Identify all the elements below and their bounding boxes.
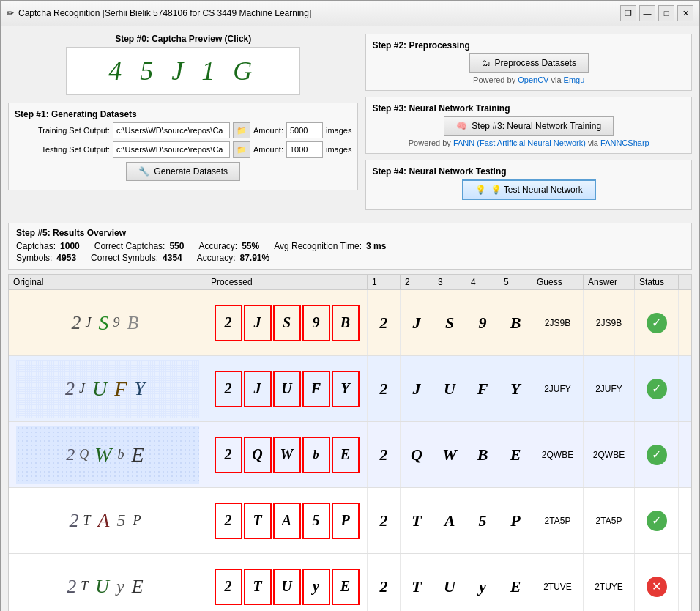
preprocess-button[interactable]: 🗂 Preprocess Datasets (469, 53, 589, 73)
proc-char-1-4: 9 (302, 305, 330, 341)
minimize-button[interactable]: — (639, 5, 655, 21)
original-cell-2: 2 J U F Y (9, 356, 206, 421)
correct-captchas-key: Correct Captchas: (94, 241, 165, 251)
original-image-3: 2 Q W b E (16, 426, 199, 484)
processed-cell-4: 2 T A 5 P (206, 488, 368, 553)
training-folder-button[interactable]: 📁 (233, 122, 250, 138)
restore-button[interactable]: ❐ (620, 5, 636, 21)
opencv-link[interactable]: OpenCV (518, 75, 548, 84)
amount-label2: Amount: (253, 145, 283, 154)
emgu-link[interactable]: Emgu (564, 75, 585, 84)
sym-3-4: B (466, 422, 499, 487)
testing-folder-button[interactable]: 📁 (233, 141, 250, 158)
test-neural-network-button[interactable]: 💡 💡 Test Neural Network (462, 179, 596, 200)
testing-row: Testing Set Output: 📁 Amount: images (15, 141, 351, 158)
proc-char-4-4: 5 (302, 503, 330, 539)
accuracy1-value: 55% (242, 241, 259, 251)
correct-symbols-value: 4354 (163, 253, 182, 263)
sym-5-5: E (499, 554, 532, 611)
window-title: Captcha Recognition [Serhii Bielik 57481… (18, 8, 311, 18)
main-window: ✏ Captcha Recognition [Serhii Bielik 574… (0, 0, 700, 611)
table-body[interactable]: 2 J S 9 B 2 J S 9 B 2 (9, 290, 691, 611)
correct-symbols-key: Correct Symbols: (91, 253, 158, 263)
symbols-key: Symbols: (16, 253, 52, 263)
sym-1-5: B (499, 290, 532, 355)
images-label2: images (326, 145, 351, 154)
main-content: Step #0: Captcha Preview (Click) 4 5 J 1… (1, 26, 699, 611)
training-row: Training Set Output: 📁 Amount: images (15, 122, 351, 138)
proc-char-3-3: W (273, 437, 301, 473)
fann-link[interactable]: FANN (Fast Artificial Neural Network) (453, 138, 586, 147)
avg-time-stat: Avg Recognition Time: 3 ms (274, 241, 386, 251)
preprocess-btn-row: 🗂 Preprocess Datasets (372, 53, 685, 73)
title-bar: ✏ Captcha Recognition [Serhii Bielik 574… (1, 1, 699, 26)
sym-2-4: F (466, 356, 499, 421)
step3-section: Step #3: Neural Network Training 🧠 Step … (365, 97, 692, 154)
training-amount-input[interactable] (286, 122, 323, 138)
sym-3-2: Q (401, 422, 433, 487)
status-3: ✓ (635, 422, 679, 487)
table-row: 2 T A 5 P 2 T A 5 P 2 (9, 488, 691, 554)
close-button[interactable]: ✕ (677, 5, 693, 21)
step4-section: Step #4: Neural Network Testing 💡 💡 Test… (365, 160, 692, 210)
train-btn-row: 🧠 Step #3: Neural Network Training (372, 116, 685, 136)
sym-5-4: y (466, 554, 499, 611)
sym-2-5: Y (499, 356, 532, 421)
original-image-5: 2 T U y E (16, 558, 199, 612)
col-answer: Answer (584, 275, 635, 289)
captcha-preview[interactable]: 4 5 J 1 G (66, 47, 300, 95)
top-section: Step #0: Captcha Preview (Click) 4 5 J 1… (8, 34, 692, 215)
table-row: 2 J U F Y 2 J U F Y 2 (9, 356, 691, 422)
generate-icon: 🔧 (138, 166, 149, 177)
train-neural-network-button[interactable]: 🧠 Step #3: Neural Network Training (444, 116, 614, 136)
train-powered-by: Powered by FANN (Fast Artificial Neural … (372, 138, 685, 147)
test-btn-row: 💡 💡 Test Neural Network (372, 179, 685, 200)
train-label: Step #3: Neural Network Training (472, 121, 601, 131)
sym-2-2: J (401, 356, 433, 421)
col-3: 3 (433, 275, 466, 289)
sym-4-2: T (401, 488, 433, 553)
captcha-text: 4 5 J 1 G (82, 56, 284, 86)
preprocess-powered-by: Powered by OpenCV via Emgu (372, 75, 685, 84)
table-row: 2 T U y E 2 T U y E 2 (9, 554, 691, 611)
fanncsharp-link[interactable]: FANNCSharp (600, 138, 649, 147)
col-2: 2 (401, 275, 433, 289)
sym-5-2: T (401, 554, 433, 611)
processed-cell-2: 2 J U F Y (206, 356, 368, 421)
guess-1: 2JS9B (532, 290, 584, 355)
sym-1-4: 9 (466, 290, 499, 355)
accuracy1-stat: Accuracy: 55% (198, 241, 259, 251)
correct-symbols-stat: Correct Symbols: 4354 (91, 253, 182, 263)
accuracy1-key: Accuracy: (198, 241, 237, 251)
proc-char-4-3: A (273, 503, 301, 539)
sym-2-3: U (433, 356, 466, 421)
step5-label: Step #5: Results Overview (16, 228, 684, 238)
proc-char-2-5: Y (332, 371, 360, 407)
sym-4-1: 2 (368, 488, 401, 553)
proc-char-5-2: T (244, 569, 272, 605)
proc-char-4-1: 2 (215, 503, 242, 539)
maximize-button[interactable]: □ (658, 5, 674, 21)
proc-char-5-1: 2 (215, 569, 242, 605)
step5-section: Step #5: Results Overview Captchas: 1000… (8, 223, 692, 270)
symbols-stat: Symbols: 4953 (16, 253, 76, 263)
status-icon-correct-2: ✓ (647, 379, 667, 399)
accuracy2-value: 87.91% (239, 253, 269, 263)
step4-label: Step #4: Neural Network Testing (372, 166, 685, 177)
proc-char-5-3: U (273, 569, 301, 605)
col-5: 5 (499, 275, 532, 289)
original-image-1: 2 J S 9 B (16, 294, 199, 352)
avg-time-value: 3 ms (366, 241, 386, 251)
correct-captchas-stat: Correct Captchas: 550 (94, 241, 185, 251)
sym-5-1: 2 (368, 554, 401, 611)
training-path-input[interactable] (113, 122, 230, 138)
answer-2: 2JUFY (584, 356, 635, 421)
step1-section: Step #1: Generating Datasets Training Se… (8, 103, 358, 190)
amount-label1: Amount: (253, 126, 283, 135)
answer-3: 2QWBE (584, 422, 635, 487)
testing-amount-input[interactable] (286, 141, 323, 158)
generate-datasets-button[interactable]: 🔧 Generate Datasets (126, 162, 240, 181)
guess-3: 2QWBE (532, 422, 584, 487)
testing-path-input[interactable] (113, 141, 230, 158)
original-cell-5: 2 T U y E (9, 554, 206, 611)
